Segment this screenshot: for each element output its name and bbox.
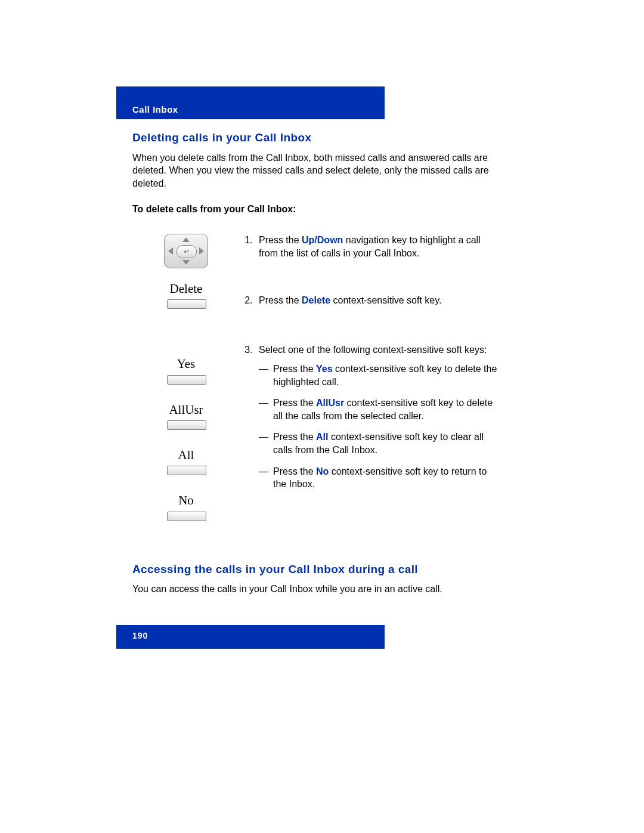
svg-marker-2	[168, 247, 173, 255]
delete-softkey-label: Delete	[167, 280, 205, 297]
section1-title: Deleting calls in your Call Inbox	[132, 130, 502, 145]
step1-row: ↵ Delete Press the Up/Down navigation ke…	[132, 234, 502, 326]
delete-key-label: Delete	[302, 295, 330, 305]
step3-allusr: Press the AllUsr context-sensitive soft …	[273, 397, 502, 422]
step3-yes: Press the Yes context-sensitive soft key…	[273, 363, 502, 388]
svg-marker-1	[182, 260, 190, 265]
step3-text: Select one of the following context-sens…	[255, 343, 502, 490]
header-section-label: Call Inbox	[132, 104, 178, 114]
all-softkey: All	[167, 447, 205, 475]
svg-marker-0	[182, 237, 190, 242]
section2-title: Accessing the calls in your Call Inbox d…	[132, 562, 502, 577]
step3-row: Yes AllUsr All No	[132, 343, 502, 537]
softkey-button-icon	[167, 299, 206, 309]
section2-body: You can access the calls in your Call In…	[132, 583, 502, 596]
step2-text: Press the Delete context-sensitive soft …	[255, 294, 502, 307]
no-softkey: No	[167, 492, 205, 521]
step3-all: Press the All context-sensitive soft key…	[273, 431, 502, 456]
updown-key-label: Up/Down	[302, 235, 343, 245]
svg-marker-3	[199, 247, 204, 255]
delete-softkey: Delete	[167, 280, 205, 309]
section1-subhead: To delete calls from your Call Inbox:	[132, 203, 502, 216]
step3-no: Press the No context-sensitive soft key …	[273, 465, 502, 491]
section1-intro: When you delete calls from the Call Inbo…	[132, 151, 502, 190]
step1-text: Press the Up/Down navigation key to high…	[255, 234, 502, 259]
page: Call Inbox Deleting calls in your Call I…	[0, 0, 644, 833]
nav-pad-center-icon: ↵	[177, 245, 197, 258]
allusr-softkey: AllUsr	[167, 401, 205, 430]
header-bar: Call Inbox	[116, 86, 385, 119]
nav-pad-icon: ↵	[164, 234, 208, 268]
yes-softkey: Yes	[167, 355, 205, 384]
page-number: 190	[132, 631, 148, 640]
content-area: Deleting calls in your Call Inbox When y…	[132, 130, 502, 603]
section2: Accessing the calls in your Call Inbox d…	[132, 562, 502, 596]
footer-bar: 190	[116, 625, 385, 649]
